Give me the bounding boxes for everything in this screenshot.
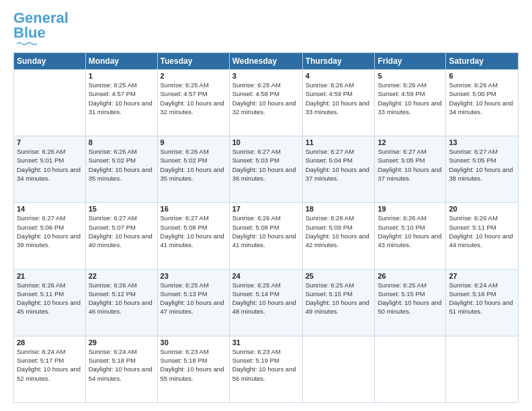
day-info: Sunrise: 6:24 AMSunset: 5:18 PMDaylight:… [89, 347, 154, 383]
day-number: 3 [232, 72, 300, 80]
weekday-friday: Friday [375, 53, 446, 70]
logo-text: General Blue [13, 11, 69, 40]
day-info: Sunrise: 6:26 AMSunset: 4:59 PMDaylight:… [378, 81, 443, 116]
day-number: 7 [17, 138, 83, 146]
day-info: Sunrise: 6:25 AMSunset: 5:15 PMDaylight:… [378, 281, 443, 316]
day-info: Sunrise: 6:27 AMSunset: 5:07 PMDaylight:… [89, 214, 154, 249]
day-cell: 28Sunrise: 6:24 AMSunset: 5:17 PMDayligh… [14, 336, 86, 402]
day-info: Sunrise: 6:27 AMSunset: 5:08 PMDaylight:… [161, 214, 226, 249]
day-number: 18 [306, 205, 372, 213]
day-number: 29 [89, 338, 154, 347]
day-number: 12 [378, 138, 443, 146]
day-number: 28 [17, 338, 83, 347]
day-number: 30 [161, 338, 226, 347]
week-row-0: 1Sunrise: 6:25 AMSunset: 4:57 PMDaylight… [14, 70, 519, 136]
day-cell: 23Sunrise: 6:25 AMSunset: 5:13 PMDayligh… [157, 269, 229, 336]
day-number: 4 [306, 72, 372, 80]
day-cell: 7Sunrise: 6:26 AMSunset: 5:01 PMDaylight… [14, 136, 86, 203]
day-cell: 4Sunrise: 6:26 AMSunset: 4:59 PMDaylight… [302, 70, 375, 136]
day-cell: 20Sunrise: 6:26 AMSunset: 5:11 PMDayligh… [446, 203, 519, 269]
day-info: Sunrise: 6:25 AMSunset: 4:57 PMDaylight:… [161, 81, 226, 116]
day-cell: 1Sunrise: 6:25 AMSunset: 4:57 PMDaylight… [85, 70, 157, 136]
day-cell [302, 336, 375, 402]
day-info: Sunrise: 6:26 AMSunset: 5:12 PMDaylight:… [89, 281, 154, 316]
weekday-thursday: Thursday [302, 53, 375, 70]
day-number: 20 [449, 205, 515, 213]
weekday-monday: Monday [85, 53, 157, 70]
day-cell: 17Sunrise: 6:26 AMSunset: 5:08 PMDayligh… [229, 203, 302, 269]
day-info: Sunrise: 6:24 AMSunset: 5:16 PMDaylight:… [449, 281, 515, 316]
day-cell: 11Sunrise: 6:27 AMSunset: 5:04 PMDayligh… [302, 136, 375, 203]
day-info: Sunrise: 6:26 AMSunset: 5:10 PMDaylight:… [378, 214, 443, 249]
day-info: Sunrise: 6:27 AMSunset: 5:03 PMDaylight:… [232, 147, 300, 183]
day-cell: 22Sunrise: 6:26 AMSunset: 5:12 PMDayligh… [85, 269, 157, 336]
week-row-4: 28Sunrise: 6:24 AMSunset: 5:17 PMDayligh… [14, 336, 519, 402]
day-cell: 15Sunrise: 6:27 AMSunset: 5:07 PMDayligh… [85, 203, 157, 269]
day-info: Sunrise: 6:26 AMSunset: 5:11 PMDaylight:… [449, 214, 515, 249]
day-cell: 9Sunrise: 6:26 AMSunset: 5:02 PMDaylight… [157, 136, 229, 203]
day-number: 6 [449, 72, 515, 80]
day-number: 26 [378, 272, 443, 280]
day-info: Sunrise: 6:26 AMSunset: 5:08 PMDaylight:… [232, 214, 300, 249]
day-info: Sunrise: 6:25 AMSunset: 5:14 PMDaylight:… [232, 281, 300, 316]
day-info: Sunrise: 6:26 AMSunset: 5:09 PMDaylight:… [306, 214, 372, 249]
day-cell: 13Sunrise: 6:27 AMSunset: 5:05 PMDayligh… [446, 136, 519, 203]
day-cell: 31Sunrise: 6:23 AMSunset: 5:19 PMDayligh… [229, 336, 302, 402]
day-number: 14 [17, 205, 83, 213]
weekday-sunday: Sunday [14, 53, 86, 70]
day-info: Sunrise: 6:26 AMSunset: 4:59 PMDaylight:… [306, 81, 372, 116]
day-cell: 18Sunrise: 6:26 AMSunset: 5:09 PMDayligh… [302, 203, 375, 269]
day-number: 2 [161, 72, 226, 80]
day-cell: 30Sunrise: 6:23 AMSunset: 5:18 PMDayligh… [157, 336, 229, 402]
day-cell [375, 336, 446, 402]
logo-blue: Blue [13, 24, 46, 41]
day-cell: 2Sunrise: 6:25 AMSunset: 4:57 PMDaylight… [157, 70, 229, 136]
day-cell: 26Sunrise: 6:25 AMSunset: 5:15 PMDayligh… [375, 269, 446, 336]
logo: General Blue [13, 11, 69, 46]
day-info: Sunrise: 6:26 AMSunset: 5:02 PMDaylight:… [89, 147, 154, 183]
day-cell: 24Sunrise: 6:25 AMSunset: 5:14 PMDayligh… [229, 269, 302, 336]
weekday-wednesday: Wednesday [229, 53, 302, 70]
day-cell: 21Sunrise: 6:26 AMSunset: 5:11 PMDayligh… [14, 269, 86, 336]
day-cell: 12Sunrise: 6:27 AMSunset: 5:05 PMDayligh… [375, 136, 446, 203]
day-cell: 16Sunrise: 6:27 AMSunset: 5:08 PMDayligh… [157, 203, 229, 269]
day-cell: 10Sunrise: 6:27 AMSunset: 5:03 PMDayligh… [229, 136, 302, 203]
day-number: 8 [89, 138, 154, 146]
day-info: Sunrise: 6:26 AMSunset: 5:00 PMDaylight:… [449, 81, 515, 116]
day-cell: 8Sunrise: 6:26 AMSunset: 5:02 PMDaylight… [85, 136, 157, 203]
logo-wave-icon [13, 42, 40, 46]
day-info: Sunrise: 6:25 AMSunset: 5:15 PMDaylight:… [306, 281, 372, 316]
day-info: Sunrise: 6:25 AMSunset: 5:13 PMDaylight:… [161, 281, 226, 316]
week-row-1: 7Sunrise: 6:26 AMSunset: 5:01 PMDaylight… [14, 136, 519, 203]
day-info: Sunrise: 6:27 AMSunset: 5:04 PMDaylight:… [306, 147, 372, 183]
day-number: 10 [232, 138, 300, 146]
day-info: Sunrise: 6:27 AMSunset: 5:05 PMDaylight:… [449, 147, 515, 183]
day-cell [14, 70, 86, 136]
day-number: 15 [89, 205, 154, 213]
day-number: 16 [161, 205, 226, 213]
day-info: Sunrise: 6:25 AMSunset: 4:57 PMDaylight:… [89, 81, 154, 116]
day-info: Sunrise: 6:26 AMSunset: 5:01 PMDaylight:… [17, 147, 83, 183]
day-number: 27 [449, 272, 515, 280]
day-cell: 27Sunrise: 6:24 AMSunset: 5:16 PMDayligh… [446, 269, 519, 336]
header: General Blue [13, 11, 519, 46]
day-number: 23 [161, 272, 226, 280]
day-cell: 14Sunrise: 6:27 AMSunset: 5:06 PMDayligh… [14, 203, 86, 269]
day-number: 31 [232, 338, 300, 347]
day-number: 11 [306, 138, 372, 146]
day-info: Sunrise: 6:24 AMSunset: 5:17 PMDaylight:… [17, 347, 83, 383]
day-cell: 19Sunrise: 6:26 AMSunset: 5:10 PMDayligh… [375, 203, 446, 269]
day-number: 19 [378, 205, 443, 213]
day-cell: 29Sunrise: 6:24 AMSunset: 5:18 PMDayligh… [85, 336, 157, 402]
day-number: 1 [89, 72, 154, 80]
day-cell: 6Sunrise: 6:26 AMSunset: 5:00 PMDaylight… [446, 70, 519, 136]
day-number: 21 [17, 272, 83, 280]
calendar-page: General Blue SundayMondayTuesdayWednesda… [0, 0, 532, 411]
weekday-header-row: SundayMondayTuesdayWednesdayThursdayFrid… [14, 53, 519, 70]
calendar-table: SundayMondayTuesdayWednesdayThursdayFrid… [13, 52, 519, 403]
day-number: 24 [232, 272, 300, 280]
day-cell: 5Sunrise: 6:26 AMSunset: 4:59 PMDaylight… [375, 70, 446, 136]
day-number: 13 [449, 138, 515, 146]
day-number: 9 [161, 138, 226, 146]
day-cell [446, 336, 519, 402]
